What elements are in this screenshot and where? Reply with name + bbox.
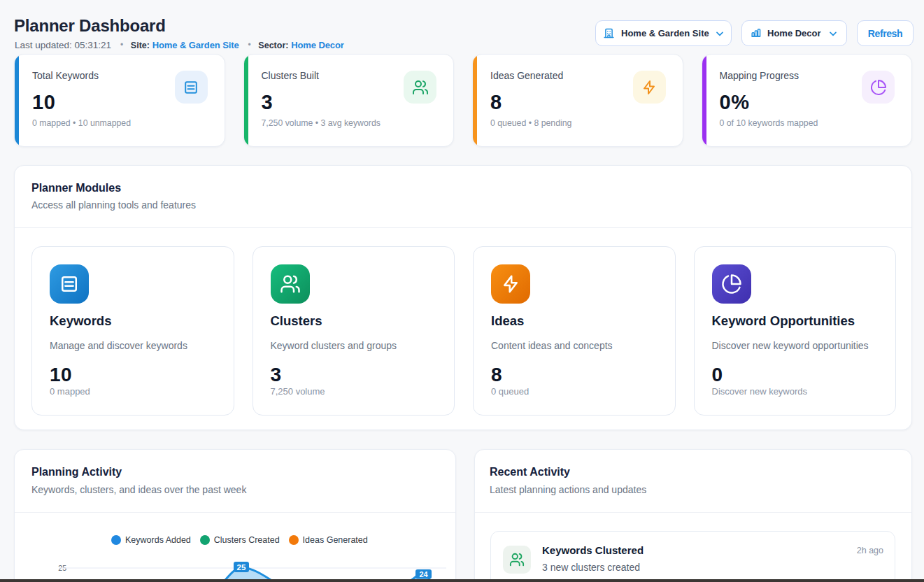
svg-text:25: 25 bbox=[237, 563, 246, 572]
svg-text:24: 24 bbox=[419, 570, 428, 579]
